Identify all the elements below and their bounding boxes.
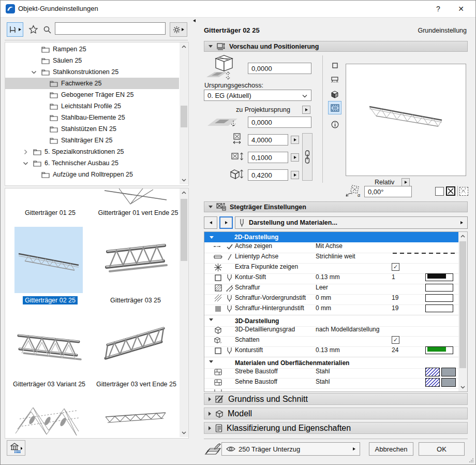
favorites-button[interactable] <box>26 22 40 37</box>
thumbnail-label[interactable]: Gitterträger 03 25 <box>101 297 170 304</box>
thumbnail-label[interactable]: Gitterträger 01 vert Ende 25 <box>94 209 182 216</box>
material-surface-swatch[interactable] <box>441 378 456 387</box>
thumbnail[interactable] <box>101 313 170 379</box>
property-row[interactable]: Schatten ✓ <box>204 336 458 347</box>
pen-color-swatch[interactable] <box>425 294 453 302</box>
rotation-angle-input[interactable]: 0,00° <box>364 186 412 197</box>
gallery-scrollbar[interactable] <box>180 188 188 437</box>
section-girder-settings[interactable]: Stegträger Einstellungen <box>204 201 468 212</box>
thumbnail-selected[interactable] <box>14 227 83 293</box>
help-button[interactable]: ? <box>431 3 445 15</box>
height-3d-menu-button[interactable] <box>291 171 299 179</box>
property-row[interactable]: Schraffur-Hintergrundstift 0 mm 19 <box>204 304 458 315</box>
link-dimensions-button[interactable] <box>302 133 313 181</box>
property-row[interactable]: Kontur-Stift 0.13 mm 1 <box>204 273 458 284</box>
resize-grip[interactable] <box>469 458 474 463</box>
thumbnail[interactable] <box>101 227 170 293</box>
tree-item[interactable]: Stahlbau-Elemente 25 <box>5 112 179 123</box>
subgroup-header-materials[interactable]: Materialen und Oberflächenmaterialien <box>204 357 458 369</box>
fill-swatch-empty[interactable] <box>425 284 453 292</box>
tree-item-selected[interactable]: Fachwerke 25 <box>5 78 179 89</box>
material-cut-fill-swatch[interactable] <box>425 378 440 387</box>
section-preview-positioning[interactable]: Vorschau und Positionierung <box>204 41 468 52</box>
layer-selector[interactable]: 250 Träger Unterzug <box>221 442 360 456</box>
cancel-button[interactable]: Abbrechen <box>369 442 413 456</box>
property-row[interactable]: Achse zeigen Mit Achse <box>204 242 458 253</box>
thumbnail[interactable] <box>14 313 83 379</box>
property-row[interactable]: Schraffur-Vordergrundstift 0 mm 19 <box>204 294 458 305</box>
property-row[interactable]: 3D-Detaillierungsgrad nach Modelldarstel… <box>204 326 458 337</box>
thumbnail-label[interactable]: Gitterträger 03 Variant 25 <box>9 381 89 388</box>
mirror-on-button[interactable] <box>446 186 455 196</box>
library-manager-button[interactable] <box>7 440 25 456</box>
section-model[interactable]: Modell <box>204 408 468 419</box>
tree-item[interactable]: Säulen 25 <box>5 55 179 66</box>
thumbnail-label-selected[interactable]: Gitterträger 02 25 <box>23 296 78 304</box>
length-menu-button[interactable] <box>291 136 299 144</box>
tree-item[interactable]: Aufzüge und Rolltreppen 25 <box>5 169 179 180</box>
relative-menu-button[interactable] <box>401 178 410 186</box>
origin-story-select[interactable]: 0. EG (Aktuell) <box>204 90 311 101</box>
mirror-off-button[interactable] <box>435 187 444 196</box>
length-input[interactable]: 4,0000 <box>248 134 288 146</box>
tree-item[interactable]: Leichtstahl Profile 25 <box>5 100 179 112</box>
view-elevation-button[interactable] <box>328 73 341 86</box>
thumbnail-label[interactable]: Gitterträger 01 25 <box>16 209 85 216</box>
settings-menu-button[interactable] <box>170 22 187 37</box>
scrollbar-thumb[interactable] <box>181 106 187 127</box>
scroll-down-icon[interactable] <box>180 176 188 184</box>
scroll-down-icon[interactable] <box>458 383 467 391</box>
object-preview[interactable] <box>346 64 466 176</box>
height-2d-input[interactable]: 0,1000 <box>248 152 288 163</box>
property-row[interactable]: Extra Fixpunkte zeigen ✓ <box>204 263 458 274</box>
subgroup-header-3d[interactable]: 3D-Darstellung <box>204 315 458 327</box>
next-page-button[interactable] <box>219 216 233 229</box>
material-surface-swatch[interactable] <box>441 368 456 376</box>
tree-item[interactable]: Stahlträger EN 25 <box>5 135 179 146</box>
settings-page-button[interactable]: Darstellung und Materialen... <box>235 216 468 229</box>
material-cut-fill-swatch[interactable] <box>425 368 440 376</box>
search-button[interactable] <box>41 22 53 37</box>
property-row[interactable]: Schraffur Leer <box>204 284 458 295</box>
pen-color-swatch[interactable] <box>425 304 453 312</box>
scrollbar-thumb[interactable] <box>459 241 466 368</box>
thumbnail-partial[interactable] <box>101 188 170 208</box>
elevation-input[interactable]: 0,0000 <box>248 63 311 74</box>
tree-item[interactable]: Gebogener Träger EN 25 <box>5 89 179 100</box>
table-scrollbar[interactable] <box>458 232 467 391</box>
scrollbar-thumb[interactable] <box>181 199 187 261</box>
tree-scrollbar[interactable] <box>180 42 188 184</box>
scroll-up-icon[interactable] <box>180 188 188 197</box>
object-type-button[interactable] <box>7 22 23 37</box>
pen-color-swatch[interactable] <box>425 273 453 281</box>
view-3d-button[interactable] <box>328 88 341 101</box>
tree-item[interactable]: Stahlstützen EN 25 <box>5 123 179 135</box>
view-preview-animation-button[interactable] <box>328 101 341 114</box>
to-project-origin-menu-button[interactable] <box>302 106 310 114</box>
collapse-left-panel-arrow[interactable] <box>193 19 196 22</box>
scroll-up-icon[interactable] <box>458 232 467 240</box>
property-row[interactable]: Linientyp Achse Strichlinie weit <box>204 253 458 264</box>
scroll-up-icon[interactable] <box>180 42 188 51</box>
search-input[interactable] <box>55 22 166 35</box>
section-plan-section[interactable]: Grundriss und Schnitt <box>204 393 468 405</box>
tree-item[interactable]: Rampen 25 <box>5 43 179 55</box>
thumbnail-partial[interactable] <box>101 403 170 438</box>
checkbox-checked[interactable]: ✓ <box>392 336 399 344</box>
group-header-2d[interactable]: 2D-Darstellung <box>204 232 458 242</box>
thumbnail-label[interactable]: Gitterträger 03 vert Ende 25 <box>96 381 175 388</box>
section-classification[interactable]: Klassifizierung und Eigenschaften <box>204 422 468 434</box>
height-2d-menu-button[interactable] <box>291 153 299 162</box>
property-row[interactable]: Sehne Baustoff Stahl <box>204 378 458 389</box>
property-row[interactable]: Strebe Baustoff Stahl <box>204 368 458 379</box>
checkbox-checked[interactable]: ✓ <box>392 263 399 271</box>
tree-item[interactable]: Stahlkonstruktionen 25 <box>5 66 179 78</box>
prev-page-button[interactable] <box>204 216 217 229</box>
tree-item[interactable]: 5. Spezialkonstruktionen 25 <box>5 146 179 157</box>
offset-input[interactable]: 0,0000 <box>248 117 311 128</box>
close-button[interactable]: ✕ <box>454 3 468 15</box>
pen-color-swatch-green[interactable] <box>425 346 453 354</box>
ok-button[interactable]: OK <box>419 442 465 456</box>
property-row[interactable]: Konturstift 0.13 mm 24 <box>204 346 458 357</box>
chevron-right-icon[interactable] <box>23 149 29 155</box>
